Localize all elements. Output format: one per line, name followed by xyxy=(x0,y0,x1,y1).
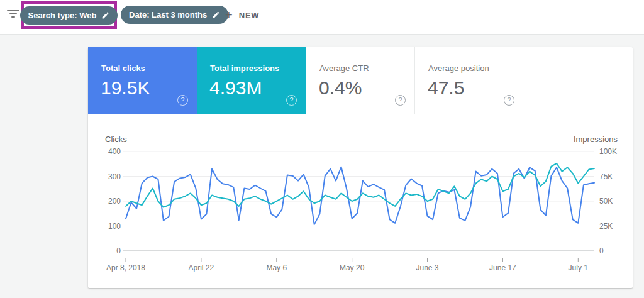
metric-tile-average-position[interactable]: Average position 47.5 ? xyxy=(414,47,523,114)
chart-canvas xyxy=(88,114,633,288)
search-type-chip[interactable]: Search type: Web xyxy=(20,6,118,25)
y-axis-tick-impressions: 0 xyxy=(599,246,628,255)
metric-tile-average-ctr[interactable]: Average CTR 0.4% ? xyxy=(306,47,414,114)
x-axis-tick-date: April 22 xyxy=(173,263,230,272)
filter-list-icon[interactable] xyxy=(6,10,20,20)
help-icon[interactable]: ? xyxy=(504,95,514,106)
new-filter-button[interactable]: + NEW xyxy=(221,6,263,24)
top-toolbar: Search type: Web Date: Last 3 months + N… xyxy=(0,0,644,35)
performance-line-chart: Clicks Impressions 4003002001000 100K75K… xyxy=(88,114,633,288)
y-axis-tick-clicks: 200 xyxy=(96,197,121,206)
x-axis-tick-date: June 17 xyxy=(474,263,531,272)
edit-pencil-icon xyxy=(101,11,109,19)
help-icon[interactable]: ? xyxy=(286,95,297,106)
metric-title: Total clicks xyxy=(101,63,145,73)
date-range-chip-label: Date: Last 3 months xyxy=(129,10,207,19)
search-type-chip-label: Search type: Web xyxy=(28,11,97,20)
new-button-label: NEW xyxy=(239,11,260,20)
y-axis-tick-impressions: 50K xyxy=(599,197,628,206)
x-axis-tick-date: June 3 xyxy=(399,263,456,272)
plus-icon: + xyxy=(225,9,233,21)
performance-report-card: Total clicks 19.5K ? Total impressions 4… xyxy=(88,47,633,288)
search-type-highlight-annotation: Search type: Web xyxy=(21,1,117,29)
y-axis-tick-clicks: 400 xyxy=(96,147,121,156)
metric-title: Total impressions xyxy=(210,63,279,73)
metric-value: 4.93M xyxy=(209,77,262,99)
y-axis-tick-clicks: 0 xyxy=(96,246,121,255)
metric-tile-total-clicks[interactable]: Total clicks 19.5K ? xyxy=(88,47,197,114)
metric-tile-row: Total clicks 19.5K ? Total impressions 4… xyxy=(88,47,633,114)
metric-value: 19.5K xyxy=(101,77,150,99)
y-axis-tick-clicks: 300 xyxy=(96,172,121,181)
x-axis-tick-date: May 6 xyxy=(248,263,305,272)
metric-value: 0.4% xyxy=(319,77,362,99)
date-range-chip[interactable]: Date: Last 3 months xyxy=(121,6,228,24)
metric-tile-total-impressions[interactable]: Total impressions 4.93M ? xyxy=(197,47,306,114)
x-axis-tick-date: Apr 8, 2018 xyxy=(97,263,154,272)
edit-pencil-icon xyxy=(212,11,220,19)
help-icon[interactable]: ? xyxy=(177,95,188,106)
y-axis-tick-clicks: 100 xyxy=(96,222,121,231)
x-axis-tick-date: May 20 xyxy=(324,263,380,272)
y-axis-tick-impressions: 75K xyxy=(599,172,628,181)
y-axis-tick-impressions: 100K xyxy=(599,147,628,156)
metric-title: Average position xyxy=(428,63,489,73)
x-axis-tick-date: July 1 xyxy=(550,263,606,272)
metric-title: Average CTR xyxy=(319,63,369,73)
help-icon[interactable]: ? xyxy=(395,95,406,106)
metric-value: 47.5 xyxy=(428,77,464,99)
y-axis-tick-impressions: 25K xyxy=(599,222,628,231)
